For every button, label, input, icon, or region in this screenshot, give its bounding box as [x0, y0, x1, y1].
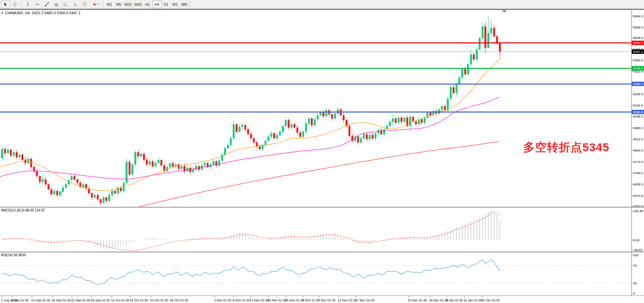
- axis-tick-mark: [631, 206, 633, 206]
- timeframe-button-M5[interactable]: M5: [114, 1, 123, 8]
- time-axis-label: 17 Dec 01:30: [355, 298, 375, 302]
- time-axis-label: 10 Sep 01:30: [31, 298, 50, 302]
- price-axis-tick: 5390.0: [633, 58, 643, 62]
- main-chart-canvas[interactable]: [0, 10, 644, 303]
- price-axis-tick: 5116.0: [633, 103, 643, 107]
- time-axis[interactable]: 1 Aug 20204 Sep 01:3010 Sep 01:3016 Sep …: [0, 296, 644, 303]
- resistance-line-5500-drag-handle[interactable]: [628, 42, 630, 44]
- axis-tick-mark: [631, 283, 633, 283]
- hline-icon: [35, 2, 40, 7]
- time-axis-label: 9 Nov 01:30: [232, 298, 250, 302]
- time-tick-mark: [408, 296, 409, 298]
- timeframe-button-MN[interactable]: MN: [180, 1, 189, 8]
- timeframe-button-H1[interactable]: H1: [143, 1, 152, 8]
- axis-tick-mark: [631, 38, 633, 38]
- time-axis-label: 25 Nov 01:30: [285, 298, 304, 302]
- candlesticks: [1, 16, 501, 206]
- price-axis-tick: 4706.0: [633, 171, 643, 175]
- time-axis-label: 11 Jan 01:30: [464, 298, 482, 302]
- svg-text:E: E: [57, 5, 58, 7]
- time-tick-mark: [464, 296, 465, 298]
- time-axis-border: [0, 296, 644, 296]
- vertical-line-tool-button[interactable]: [23, 1, 32, 8]
- time-tick-mark: [151, 296, 151, 298]
- text-tool-button[interactable]: A: [71, 1, 80, 8]
- text-label-tool-button[interactable]: T: [80, 1, 89, 8]
- axis-tick-mark: [631, 150, 633, 150]
- time-axis-label: 11 Dec 01:30: [338, 298, 357, 302]
- time-axis-label: 1 Dec 01:30: [302, 298, 319, 302]
- time-axis-label: 13 Nov 01:30: [250, 298, 269, 302]
- axis-tick-mark: [631, 139, 633, 139]
- timeframe-toolbar: M1M5M15M30H1H4D1W1MN: [105, 1, 192, 8]
- arrows-tool-button[interactable]: ▾: [90, 1, 101, 8]
- ma-slow-red: [138, 142, 499, 207]
- trendline-tool-button[interactable]: [42, 1, 51, 8]
- chart-area[interactable]: ▼CHINA300-.H4 5421.2 5480.3 5390.0 5447.…: [0, 10, 644, 303]
- time-axis-label: 23 Dec 01:30: [408, 298, 427, 302]
- timeframe-button-M1[interactable]: M1: [105, 1, 114, 8]
- arrows-icon: [92, 2, 97, 7]
- time-axis-label: 7 Dec 01:30: [318, 298, 335, 302]
- time-axis-label: 22 Oct 01:30: [150, 298, 168, 302]
- rsi-line: [2, 259, 500, 284]
- time-axis-label: 3 Nov 01:30: [214, 298, 231, 302]
- svg-text:T: T: [84, 3, 86, 6]
- time-tick-mark: [171, 296, 171, 298]
- time-axis-label: 22 Sep 01:30: [71, 298, 90, 302]
- timeframe-button-H4[interactable]: H4: [152, 1, 161, 8]
- ma-fast-orange: [0, 60, 499, 190]
- chevron-down-icon[interactable]: ▾: [97, 3, 99, 6]
- timeframe-button-M30[interactable]: M30: [133, 1, 143, 8]
- pivot-line-5345-price-badge: 5345.0: [632, 66, 644, 70]
- crosshair-icon: [13, 2, 17, 7]
- text-t-icon: T: [82, 2, 87, 7]
- toolbar-separator: [190, 1, 191, 7]
- time-tick-mark: [303, 296, 303, 298]
- rsi-axis-tick: 70: [633, 264, 637, 267]
- panel-separator[interactable]: [0, 251, 644, 252]
- price-axis-tick: 5664.0: [633, 14, 643, 18]
- support-line-5250-price-badge: 5250.0: [632, 82, 644, 86]
- time-tick-mark: [12, 296, 12, 298]
- horizontal-line-tool-button[interactable]: [33, 1, 42, 8]
- current-price-badge: 5447.1: [632, 49, 644, 54]
- chart-title: ▼CHINA300-.H4 5421.2 5480.3 5390.0 5447.…: [1, 11, 81, 15]
- cursor-tool-button[interactable]: [1, 1, 10, 8]
- time-tick-mark: [2, 296, 2, 298]
- channel-icon: E: [54, 2, 59, 7]
- time-axis-label: 5 Jan 01:30: [446, 298, 463, 302]
- equidistant-channel-tool-button[interactable]: E: [52, 1, 61, 8]
- axis-tick-mark: [631, 60, 633, 60]
- macd-axis-tick: 135.38: [633, 209, 643, 213]
- chart-title-dropdown-icon[interactable]: ▼: [1, 12, 4, 15]
- ma-mid-magenta: [0, 97, 499, 179]
- time-tick-mark: [72, 296, 72, 298]
- chart-annotation-text[interactable]: 多空转折点5345: [523, 140, 609, 155]
- time-tick-mark: [130, 296, 131, 298]
- symbol-period-label: CHINA300-.H4: [5, 11, 30, 15]
- text-a-icon: A: [73, 2, 77, 7]
- price-axis-tick: 4774.0: [633, 160, 643, 164]
- axis-tick-mark: [631, 16, 633, 16]
- timeframe-button-M15[interactable]: M15: [123, 1, 133, 8]
- price-axis-tick: 5048.0: [633, 115, 643, 118]
- axis-tick-mark: [631, 240, 633, 240]
- axis-tick-mark: [631, 105, 633, 105]
- time-tick-mark: [91, 296, 92, 298]
- trendline-icon: [44, 2, 49, 7]
- time-tick-mark: [268, 296, 268, 298]
- pivot-line-5345-drag-handle[interactable]: [628, 67, 630, 69]
- axis-tick-mark: [631, 162, 633, 162]
- time-tick-mark: [215, 296, 215, 298]
- fibonacci-tool-button[interactable]: F: [61, 1, 70, 8]
- mt4-chart-window: EFAT▾ M1M5M15M30H1H4D1W1MN ▼CHINA300-.H4…: [0, 0, 644, 303]
- time-axis-label: 28 Oct 01:30: [170, 298, 188, 302]
- timeframe-button-D1[interactable]: D1: [161, 1, 171, 8]
- price-axis-tick: 5186.0: [633, 92, 643, 96]
- crosshair-tool-button[interactable]: [10, 1, 19, 8]
- time-tick-mark: [319, 296, 319, 298]
- timeframe-button-W1[interactable]: W1: [171, 1, 180, 8]
- price-axis-tick: 4980.0: [633, 126, 643, 130]
- panel-separator[interactable]: [0, 207, 644, 208]
